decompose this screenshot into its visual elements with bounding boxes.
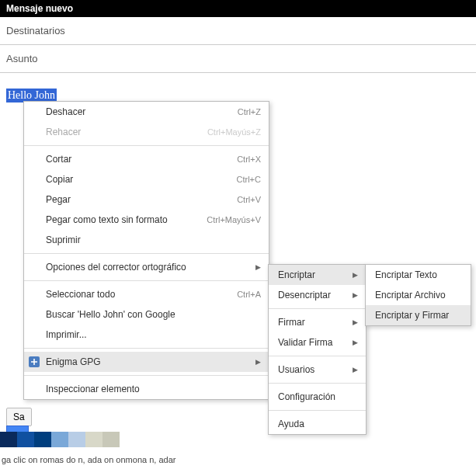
menu-shortcut: Ctrl+Mayús+Z (207, 127, 261, 137)
chevron-right-icon: ▶ (353, 318, 358, 326)
menu-label: Copiar (46, 174, 221, 185)
menu-separator (269, 410, 366, 411)
menu-shortcut: Ctrl+Z (238, 107, 261, 116)
color-swatch[interactable] (51, 432, 68, 447)
menu-label: Rehacer (46, 127, 192, 137)
menu-label: Enigma GPG (46, 356, 249, 367)
menu-label: Desencriptar (278, 290, 346, 301)
menu-label: Usuarios (278, 364, 346, 375)
subject-placeholder: Asunto (6, 53, 37, 64)
menu-inspect[interactable]: Inspeccionar elemento (24, 379, 269, 399)
compose-toolbar: Sa (6, 408, 32, 426)
compose-header: Mensaje nuevo (0, 0, 476, 17)
menu-sign[interactable]: Firmar ▶ (269, 312, 366, 332)
menu-shortcut: Ctrl+A (237, 290, 261, 299)
color-swatch[interactable] (0, 432, 17, 447)
chevron-right-icon: ▶ (353, 339, 358, 346)
chevron-right-icon: ▶ (353, 366, 358, 373)
save-button[interactable]: Sa (6, 408, 32, 426)
menu-paste[interactable]: Pegar Ctrl+V (24, 189, 269, 210)
color-swatch[interactable] (85, 432, 102, 447)
menu-separator (24, 348, 269, 349)
menu-label: Encriptar (278, 269, 346, 280)
recipients-field[interactable]: Destinatarios (0, 17, 476, 45)
menu-label: Seleccionar todo (46, 289, 221, 300)
menu-label: Pegar como texto sin formato (46, 214, 191, 225)
menu-label: Opciones del corrector ortográfico (46, 262, 249, 273)
menu-separator (269, 383, 366, 384)
menu-label: Pegar (46, 194, 221, 205)
chevron-right-icon: ▶ (353, 271, 358, 279)
menu-undo[interactable]: Deshacer Ctrl+Z (24, 102, 269, 122)
menu-label: Cortar (46, 154, 221, 165)
menu-label: Encriptar Archivo (375, 290, 463, 301)
menu-label: Firmar (278, 317, 346, 328)
color-swatch-bar (0, 432, 120, 447)
menu-validate-signature[interactable]: Validar Firma ▶ (269, 332, 366, 353)
chevron-right-icon: ▶ (353, 291, 358, 299)
context-menu: Deshacer Ctrl+Z Rehacer Ctrl+Mayús+Z Cor… (23, 101, 269, 400)
menu-spellcheck[interactable]: Opciones del corrector ortográfico ▶ (24, 257, 269, 277)
menu-label: Encriptar y Firmar (375, 310, 463, 321)
menu-copy[interactable]: Copiar Ctrl+C (24, 169, 269, 189)
encrypt-submenu: Encriptar Texto Encriptar Archivo Encrip… (365, 264, 471, 326)
menu-label: Buscar 'Hello John' con Google (46, 309, 261, 320)
menu-decrypt[interactable]: Desencriptar ▶ (269, 285, 366, 305)
menu-encrypt-text[interactable]: Encriptar Texto (366, 265, 471, 285)
menu-enigma-gpg[interactable]: Enigma GPG ▶ (24, 352, 269, 372)
color-swatch[interactable] (102, 432, 120, 447)
menu-users[interactable]: Usuarios ▶ (269, 360, 366, 380)
menu-label: Configuración (278, 391, 358, 402)
menu-label: Imprimir... (46, 329, 261, 340)
menu-redo: Rehacer Ctrl+Mayús+Z (24, 122, 269, 142)
menu-shortcut: Ctrl+Mayús+V (207, 215, 261, 224)
menu-shortcut: Ctrl+X (237, 155, 261, 164)
menu-separator (24, 280, 269, 281)
menu-label: Suprimir (46, 234, 261, 245)
menu-search-google[interactable]: Buscar 'Hello John' con Google (24, 304, 269, 325)
menu-configuration[interactable]: Configuración (269, 387, 366, 407)
color-swatch[interactable] (34, 432, 51, 447)
menu-print[interactable]: Imprimir... (24, 325, 269, 345)
chevron-right-icon: ▶ (255, 263, 261, 271)
menu-label: Deshacer (46, 106, 222, 117)
recipients-placeholder: Destinatarios (6, 25, 65, 36)
menu-label: Encriptar Texto (375, 269, 463, 280)
color-swatch[interactable] (17, 432, 34, 447)
menu-encrypt[interactable]: Encriptar ▶ (269, 265, 366, 285)
menu-label: Validar Firma (278, 337, 346, 348)
status-text: ga clic on romas do n, ada on onmona n, … (2, 455, 175, 464)
menu-select-all[interactable]: Seleccionar todo Ctrl+A (24, 284, 269, 304)
menu-separator (24, 375, 269, 376)
menu-separator (24, 253, 269, 254)
chevron-right-icon: ▶ (255, 358, 261, 366)
menu-label: Ayuda (278, 419, 358, 429)
menu-label: Inspeccionar elemento (46, 384, 261, 394)
menu-separator (24, 145, 269, 146)
menu-separator (269, 356, 366, 356)
extension-icon (29, 356, 40, 367)
subject-field[interactable]: Asunto (0, 45, 476, 73)
menu-encrypt-and-sign[interactable]: Encriptar y Firmar (366, 305, 471, 325)
color-swatch[interactable] (68, 432, 85, 447)
menu-separator (269, 308, 366, 309)
menu-help[interactable]: Ayuda (269, 414, 366, 434)
menu-shortcut: Ctrl+C (237, 175, 261, 184)
enigma-submenu: Encriptar ▶ Desencriptar ▶ Firmar ▶ Vali… (268, 264, 367, 435)
menu-encrypt-file[interactable]: Encriptar Archivo (366, 285, 471, 305)
menu-shortcut: Ctrl+V (237, 195, 261, 204)
menu-cut[interactable]: Cortar Ctrl+X (24, 149, 269, 169)
window-title: Mensaje nuevo (6, 3, 73, 14)
menu-delete[interactable]: Suprimir (24, 230, 269, 250)
menu-paste-plain[interactable]: Pegar como texto sin formato Ctrl+Mayús+… (24, 210, 269, 230)
